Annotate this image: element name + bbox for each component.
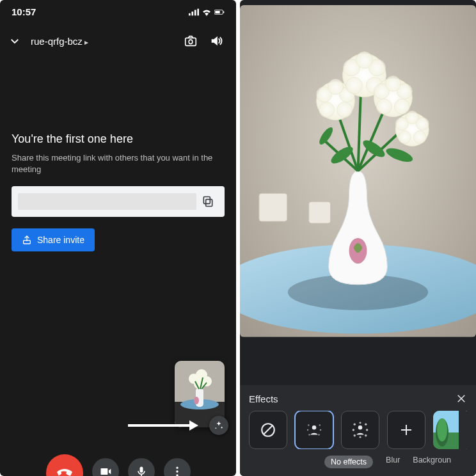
svg-point-26 (176, 467, 178, 469)
more-vert-icon (171, 465, 184, 476)
share-icon (22, 235, 32, 245)
status-bar: 10:57 (0, 0, 236, 21)
meeting-link-box (12, 186, 225, 217)
battery-icon (214, 8, 225, 16)
copy-link-button[interactable] (196, 190, 219, 213)
svg-point-45 (337, 102, 353, 118)
annotation-arrow (128, 420, 198, 431)
share-invite-button[interactable]: Share invite (12, 228, 95, 251)
meeting-code[interactable]: rue-qrfg-bcz (31, 36, 88, 47)
video-icon (99, 465, 112, 476)
svg-point-89 (437, 418, 447, 441)
video-preview-image (240, 5, 476, 337)
close-effects-button[interactable] (456, 393, 467, 404)
switch-camera-button[interactable] (182, 33, 199, 49)
svg-rect-8 (206, 200, 212, 207)
svg-point-61 (406, 111, 418, 124)
effect-label-blur[interactable]: Blur (386, 456, 400, 468)
svg-rect-2 (194, 10, 196, 15)
svg-rect-25 (139, 467, 143, 473)
svg-point-77 (365, 424, 367, 426)
svg-rect-5 (215, 11, 219, 13)
effect-label-none[interactable]: No effects (324, 456, 373, 468)
wifi-icon (202, 8, 212, 16)
svg-rect-9 (203, 197, 210, 204)
svg-point-72 (320, 429, 322, 431)
open-effects-button[interactable] (209, 416, 228, 435)
svg-point-50 (346, 77, 363, 94)
more-options-button[interactable] (164, 458, 191, 476)
meeting-waiting-screen: 10:57 rue-qrfg-bcz You're the first one … (0, 0, 236, 476)
plus-icon (399, 422, 414, 438)
speaker-button[interactable] (208, 33, 225, 49)
effects-preview-screen: Effects (240, 0, 476, 476)
svg-point-68 (312, 425, 317, 430)
mic-icon (135, 465, 148, 476)
svg-point-55 (385, 76, 401, 91)
svg-point-15 (194, 397, 199, 404)
clock: 10:57 (12, 6, 36, 17)
toggle-mic-button[interactable] (128, 458, 155, 476)
svg-rect-3 (197, 8, 199, 15)
effects-options (249, 411, 467, 449)
svg-point-63 (413, 131, 426, 143)
toggle-camera-button[interactable] (92, 458, 119, 476)
svg-rect-31 (309, 202, 331, 223)
svg-point-73 (308, 434, 310, 436)
effect-blur-strong[interactable] (341, 411, 379, 449)
svg-point-57 (394, 99, 409, 115)
svg-point-27 (176, 470, 178, 472)
effects-panel: Effects (240, 385, 476, 476)
svg-point-79 (366, 429, 369, 431)
effect-label-background[interactable]: Backgroun (413, 456, 451, 468)
svg-rect-90 (459, 411, 467, 449)
svg-point-82 (360, 422, 361, 424)
svg-point-76 (354, 424, 356, 426)
status-icons (189, 8, 225, 16)
sparkle-icon (214, 420, 224, 431)
svg-point-83 (360, 436, 361, 438)
svg-rect-0 (189, 13, 191, 15)
effect-background-thumb[interactable] (433, 411, 467, 449)
svg-point-43 (328, 79, 344, 95)
close-icon (456, 393, 467, 404)
svg-point-44 (319, 102, 335, 118)
collapse-button[interactable] (8, 34, 22, 48)
svg-rect-6 (223, 11, 224, 13)
svg-point-80 (354, 434, 356, 437)
share-invite-label: Share invite (37, 235, 84, 245)
svg-point-75 (358, 425, 363, 430)
call-controls (0, 440, 236, 476)
blur-strong-icon (351, 420, 370, 440)
svg-point-81 (365, 434, 367, 437)
no-effect-icon (260, 422, 276, 438)
svg-rect-7 (186, 38, 196, 45)
svg-point-62 (398, 131, 411, 143)
effect-add[interactable] (387, 411, 425, 449)
effects-title: Effects (249, 393, 278, 404)
svg-point-49 (356, 52, 373, 68)
background-thumb-image (433, 411, 467, 449)
svg-point-69 (308, 424, 310, 426)
video-preview (240, 5, 476, 385)
waiting-body: You're the first one here Share this mee… (0, 132, 236, 251)
svg-rect-1 (191, 12, 193, 15)
svg-line-67 (263, 425, 273, 434)
effects-labels: No effects Blur Backgroun (249, 456, 467, 468)
svg-point-70 (319, 424, 321, 426)
svg-point-74 (318, 434, 320, 436)
end-call-button[interactable] (46, 454, 83, 476)
waiting-subtext: Share this meeting link with others that… (12, 152, 225, 175)
signal-icon (189, 8, 199, 16)
svg-point-56 (376, 99, 392, 115)
waiting-heading: You're the first one here (12, 132, 225, 146)
svg-marker-24 (189, 420, 198, 431)
blur-light-icon (305, 420, 324, 440)
hangup-icon (56, 464, 74, 476)
svg-point-78 (353, 429, 355, 431)
svg-point-71 (307, 429, 309, 431)
meeting-link-redacted (18, 193, 196, 210)
svg-rect-30 (259, 193, 287, 221)
effect-none[interactable] (249, 411, 287, 449)
effect-blur-light[interactable] (295, 411, 333, 449)
